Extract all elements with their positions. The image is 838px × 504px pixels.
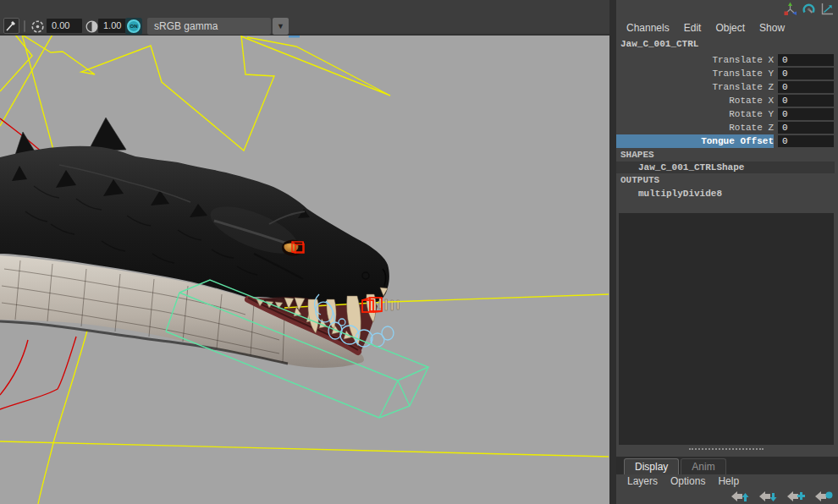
contrast-icon (85, 19, 99, 34)
color-management-on-button[interactable]: ON (125, 18, 142, 35)
exposure-field[interactable]: 0.00 (47, 19, 82, 33)
panel-splitter[interactable] (609, 0, 616, 504)
chevron-down-icon[interactable]: ▼ (273, 18, 289, 35)
channel-box-empty-area (619, 213, 834, 445)
create-layer-from-selected-button[interactable] (814, 490, 834, 502)
create-layer-from-selected-icon (814, 490, 834, 502)
graph-icon[interactable] (820, 2, 835, 16)
attribute-label[interactable]: Translate X (616, 53, 774, 67)
move-layer-up-icon (730, 490, 750, 502)
attribute-label[interactable]: Tongue Offset (616, 134, 774, 148)
menu-show[interactable]: Show (759, 22, 785, 34)
attribute-row: Translate Y0 (616, 67, 838, 80)
tab-display[interactable]: Display (624, 458, 679, 474)
attribute-row: Tongue Offset0 (616, 134, 838, 148)
move-layer-up-button[interactable] (730, 490, 750, 502)
attribute-value-field[interactable]: 0 (778, 81, 834, 93)
attribute-row: Rotate Z0 (616, 121, 838, 134)
attribute-row: Translate X0 (616, 53, 838, 67)
attribute-label[interactable]: Rotate Z (616, 121, 774, 134)
object-name[interactable]: Jaw_C_001_CTRL (620, 39, 698, 49)
tab-anim[interactable]: Anim (681, 458, 725, 474)
attribute-value-field[interactable]: 0 (778, 95, 834, 107)
on-label: ON (127, 19, 141, 33)
viewport-focus-tick (289, 36, 300, 38)
viewport-color-toolbar: 0.00 1.00 ON sRGB gamma ▼ (0, 0, 609, 36)
channel-box-menubar: ChannelsEditObjectShow (626, 22, 785, 34)
color-space-dropdown[interactable]: sRGB gamma (147, 18, 271, 35)
attribute-value-field[interactable]: 0 (778, 68, 834, 79)
attribute-value-field[interactable]: 0 (778, 108, 834, 120)
layer-editor-menubar: LayersOptionsHelp (627, 475, 739, 487)
channel-box-toolbar (783, 2, 835, 16)
toolbar-separator (24, 20, 25, 32)
outputs-header: OUTPUTS (620, 175, 659, 185)
viewport-panel[interactable]: 0.00 1.00 ON sRGB gamma ▼ (0, 0, 609, 504)
attribute-label[interactable]: Translate Z (616, 80, 774, 94)
shapes-header: SHAPES (620, 150, 654, 160)
create-empty-layer-button[interactable] (786, 490, 806, 502)
maya-window: 0.00 1.00 ON sRGB gamma ▼ (0, 0, 838, 504)
create-empty-layer-icon (786, 490, 806, 502)
menu-layers[interactable]: Layers (627, 475, 658, 487)
menu-help[interactable]: Help (718, 475, 739, 487)
attribute-row: Translate Z0 (616, 80, 838, 94)
menu-object[interactable]: Object (715, 22, 745, 34)
attribute-value-field[interactable]: 0 (778, 54, 834, 66)
manipulator-axis-icon[interactable] (783, 2, 797, 16)
attribute-row: Rotate X0 (616, 94, 838, 107)
viewport-scene[interactable] (0, 36, 609, 504)
attribute-label[interactable]: Rotate Y (616, 107, 774, 121)
move-layer-down-icon (758, 490, 778, 502)
menu-options[interactable]: Options (670, 475, 705, 487)
channel-box-panel: ChannelsEditObjectShow Jaw_C_001_CTRL Tr… (616, 0, 838, 504)
pencil-button[interactable] (3, 18, 19, 34)
panel-resize-handle[interactable] (689, 448, 764, 452)
layer-editor-tabs: DisplayAnim (616, 457, 838, 474)
pencil-icon (4, 19, 19, 33)
exposure-aperture-icon (30, 19, 45, 34)
menu-channels[interactable]: Channels (626, 22, 670, 34)
attribute-label[interactable]: Translate Y (616, 67, 774, 80)
shape-node-name[interactable]: Jaw_C_001_CTRLShape (616, 162, 835, 173)
speed-gauge-icon[interactable] (802, 2, 816, 16)
attribute-label[interactable]: Rotate X (616, 94, 774, 107)
move-layer-down-button[interactable] (758, 490, 778, 502)
attribute-row: Rotate Y0 (616, 107, 838, 121)
attribute-value-field[interactable]: 0 (778, 122, 834, 134)
attribute-value-field[interactable]: 0 (778, 135, 834, 147)
layer-editor-buttons (730, 490, 834, 502)
output-node-name[interactable]: multiplyDivide8 (616, 188, 835, 200)
menu-edit[interactable]: Edit (684, 22, 702, 34)
